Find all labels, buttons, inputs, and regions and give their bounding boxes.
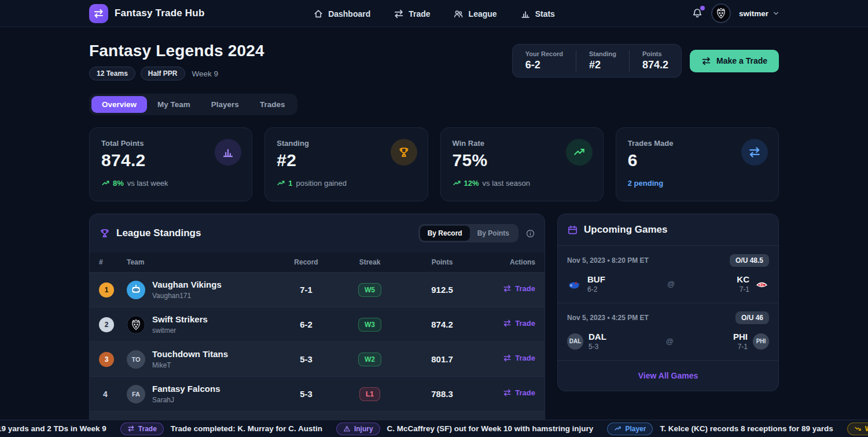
team-points: 912.5 [404,285,480,295]
mascot-avatar-icon [714,6,728,20]
stat-card-total-points: Total Points 874.2 8% vs last week [89,127,252,201]
away-record: 5-3 [589,343,606,351]
tab-overview[interactable]: Overview [91,96,147,113]
trend-down-icon [854,425,862,432]
scoring-badge: Half PPR [141,67,185,80]
notification-dot [700,6,705,10]
col-actions: Actions [480,258,535,266]
username: switmer [739,9,768,18]
brand[interactable]: Fantasy Trade Hub [89,4,205,23]
home-icon [313,9,323,19]
league-header: Fantasy Legends 2024 12 Teams Half PPR W… [89,27,779,80]
user-menu[interactable]: switmer [739,9,780,18]
table-header: # Team Record Streak Points Actions [90,252,545,272]
notifications-button[interactable] [692,8,703,19]
tag-label: Player [625,425,646,433]
home-abbr: PHI [733,332,748,341]
summary-label: Points [642,50,668,57]
swap-arrows-icon [503,354,512,362]
calendar-icon [567,225,578,236]
team-record: 7-1 [277,285,335,295]
nav-item-trade[interactable]: Trade [393,9,430,19]
trade-action-button[interactable]: Trade [503,388,535,397]
ticker-item: Player T. Kelce (KC) records 8 reception… [607,423,833,435]
stat-card-win-rate: Win Rate 75% 12% vs last season [440,127,604,201]
teams-badge: 12 Teams [89,67,135,80]
tab-trades[interactable]: Trades [249,96,296,113]
swap-arrows-icon [701,56,711,66]
stat-cards: Total Points 874.2 8% vs last week Stand… [89,127,779,201]
nav-item-dashboard[interactable]: Dashboard [313,9,370,19]
trade-action-button[interactable]: Trade [503,354,535,362]
bills-logo-icon [567,279,582,289]
trend-up-icon: 12% [453,179,479,188]
swap-arrows-icon [393,9,404,19]
team-logo: PHI [753,333,769,350]
rank-number: 4 [99,387,114,402]
toggle-by-points[interactable]: By Points [470,226,517,241]
view-tabs: Overview My Team Players Trades [89,94,297,115]
swap-arrows-icon [503,388,512,397]
nav-item-stats[interactable]: Stats [520,9,555,19]
user-avatar[interactable] [711,3,731,23]
swap-arrows-icon [741,139,768,166]
team-handle: MikeT [152,361,228,369]
trophy-icon [99,227,111,239]
brand-title: Fantasy Trade Hub [115,8,205,19]
toggle-by-record[interactable]: By Record [420,226,470,241]
swap-arrows-icon [127,425,135,432]
chiefs-logo-icon [755,279,769,289]
streak-badge: W2 [358,352,381,366]
info-icon[interactable] [525,229,535,238]
users-icon [454,9,464,19]
rank-badge: 3 [99,352,114,367]
cta-label: Make a Trade [716,56,767,65]
team-points: 801.7 [404,354,480,364]
trade-label: Trade [515,354,535,362]
trade-tag-badge: Trade [120,423,164,435]
view-all-games-link[interactable]: View All Games [638,371,698,380]
home-record: 7-1 [737,285,749,293]
tab-my-team[interactable]: My Team [147,96,201,113]
pending-trades-link[interactable]: 2 pending [628,179,663,188]
table-row: 1 Vaughan Vikings Vaughan171 7-1 W5 912.… [90,272,545,307]
injury-tag-badge: Injury [336,423,380,435]
week-label: Week 9 [192,69,219,78]
game-row: Nov 5, 2023 • 4:25 PM ET O/U 46 DAL DAL … [558,303,778,361]
make-a-trade-button[interactable]: Make a Trade [690,50,779,72]
team-name: Fantasy Falcons [152,384,220,394]
team-record: 6-2 [277,320,335,329]
team-handle: switmer [152,326,208,335]
nav-label: Stats [535,9,555,19]
warning-icon [343,425,351,432]
at-symbol: @ [666,337,674,346]
trade-action-button[interactable]: Trade [503,284,535,293]
trade-action-button[interactable]: Trade [503,319,535,328]
summary-value: 6-2 [525,59,563,71]
ticker-item: Trade Trade completed: K. Murray for C. … [120,423,322,435]
over-under-badge: O/U 46 [735,311,769,324]
ticker-item: Waiver D. Hopkins claimed off waivers [847,423,868,435]
nav-item-league[interactable]: League [454,9,497,19]
mascot-avatar [127,315,145,334]
trade-label: Trade [515,319,535,328]
robot-avatar [127,281,145,299]
streak-badge: W5 [358,283,381,297]
swap-arrows-icon [89,4,108,23]
trend-up-icon [566,139,593,166]
at-symbol: @ [667,280,675,288]
delta-value: 12% [464,179,479,188]
sort-toggle: By Record By Points [418,224,518,243]
games-title: Upcoming Games [584,224,668,236]
record-summary-card: Your Record 6-2 Standing #2 Points 874.2 [512,44,682,78]
league-meta: 12 Teams Half PPR Week 9 [89,67,264,80]
col-record: Record [277,258,335,266]
summary-label: Standing [589,50,616,57]
rank-badge: 1 [99,282,114,298]
tab-players[interactable]: Players [201,96,249,113]
team-name: Touchdown Titans [152,349,228,359]
table-row: 4 FA Fantasy Falcons SarahJ 5-3 L1 788.3… [90,376,545,411]
stat-card-standing: Standing #2 1 position gained [264,127,428,201]
summary-standing: Standing #2 [576,50,629,71]
nav-right: switmer [692,3,780,23]
